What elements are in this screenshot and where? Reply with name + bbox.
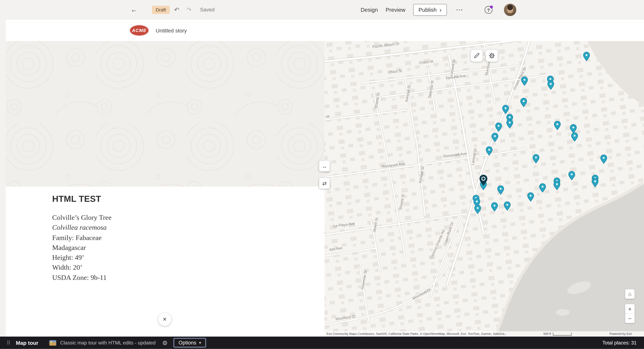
tour-narrative-panel: HTML TEST Colville’s Glory Tree Colville… [6, 41, 324, 336]
zoom-in-icon[interactable]: + [625, 304, 634, 313]
back-icon[interactable]: ← [131, 6, 138, 14]
save-status-label: Saved [200, 7, 215, 13]
preview-button[interactable]: Preview [386, 7, 405, 13]
story-logo-text: ACME [132, 28, 146, 33]
tour-body-line: USDA Zone: 9b-11 [52, 273, 112, 283]
close-icon[interactable]: × [158, 313, 171, 326]
story-title[interactable]: Untitled story [156, 27, 187, 33]
tour-item-title[interactable]: Classic map tour with HTML edits - updat… [60, 340, 156, 346]
builder-topbar: ← Draft ↶ ↷ Saved Design Preview Publish… [0, 0, 644, 20]
story-header: ACME Untitled story [6, 20, 644, 41]
block-bottom-bar: ⠿ Map tour Classic map tour with HTML ed… [0, 337, 644, 349]
powered-by-label: Powered by Esri [609, 332, 632, 336]
map-settings-gear-icon[interactable] [486, 50, 498, 62]
options-label: Options [179, 340, 196, 346]
story-logo: ACME [130, 25, 149, 36]
attribution-text: Esri Community Maps Contributors, SanGIS… [326, 332, 540, 336]
tour-thumbnail [50, 340, 56, 345]
options-button[interactable]: Options ▾ [174, 338, 206, 347]
storymaps-builder: ← Draft ↶ ↷ Saved Design Preview Publish… [0, 0, 644, 349]
tour-body-line: Colville’s Glory Tree [52, 213, 112, 223]
edit-pencil-icon[interactable] [471, 50, 482, 62]
scale-label: 500 ft [544, 332, 551, 336]
redo-icon[interactable]: ↷ [186, 6, 192, 14]
scale-bar: 500 ft [544, 332, 572, 336]
map-tools [471, 50, 498, 62]
tour-body-line: Width: 20’ [52, 263, 112, 273]
street-label: ve [326, 114, 330, 119]
zoom-out-icon[interactable]: − [625, 313, 634, 323]
draft-badge: Draft [152, 6, 170, 14]
home-extent-icon[interactable]: ⌂ [625, 289, 634, 299]
chevron-right-icon: › [440, 7, 442, 13]
chevron-down-icon: ▾ [199, 341, 201, 345]
tour-media-placeholder[interactable] [6, 41, 324, 187]
map-attribution-bar: Esri Community Maps Contributors, SanGIS… [324, 331, 644, 336]
tour-settings-gear-icon[interactable] [161, 339, 168, 347]
undo-icon[interactable]: ↶ [174, 6, 179, 14]
swap-layout-icon[interactable]: ⇄ [319, 178, 330, 189]
zoom-controls: + − [625, 304, 634, 323]
tour-body-line: Family: Fabaceae [52, 233, 112, 243]
user-avatar[interactable] [504, 4, 516, 16]
drag-handle-icon[interactable]: ⠿ [6, 340, 10, 346]
tour-body-line: Colvillea racemosa [52, 223, 112, 233]
total-places-label: Total places: 31 [602, 340, 637, 346]
more-menu-icon[interactable]: ⋯ [456, 6, 463, 14]
resize-panel-icon[interactable]: ↔ [319, 161, 330, 171]
tour-body-line: Height: 49’ [52, 253, 112, 263]
publish-label: Publish [418, 7, 437, 13]
help-button[interactable]: ? [485, 6, 492, 14]
publish-button[interactable]: Publish › [413, 4, 447, 16]
notification-dot [490, 6, 493, 8]
tour-heading[interactable]: HTML TEST [52, 194, 101, 204]
map-canvas[interactable]: Pacific Beach Dr Chico St Chico St Fortu… [324, 41, 644, 336]
question-icon: ? [487, 7, 490, 12]
basemap: Pacific Beach Dr Chico St Chico St Fortu… [324, 41, 644, 336]
scale-line [553, 332, 572, 335]
block-type-label: Map tour [16, 340, 38, 346]
design-button[interactable]: Design [360, 7, 378, 13]
topo-texture [6, 41, 324, 187]
tour-body-text[interactable]: Colville’s Glory Tree Colvillea racemosa… [52, 213, 112, 283]
tour-body-line: Madagascar [52, 243, 112, 253]
